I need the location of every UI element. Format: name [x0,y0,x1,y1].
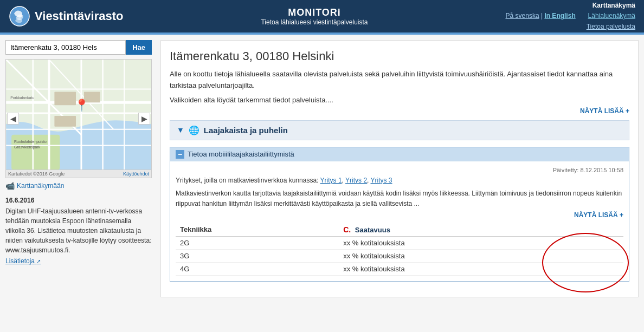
svg-rect-17 [54,116,76,127]
map-link-label: Karttanäkymään [17,182,64,190]
search-input[interactable] [5,40,126,55]
col-tekniikka-header: Tekniikka [176,223,339,237]
news-date: 16.6.2016 [5,197,152,204]
map-pin: 📍 [74,99,89,113]
cell-tech-1: 3G [176,249,339,262]
news-body: Digitan UHF-taajuusalueen antenni-tv-ver… [5,206,152,255]
map-footer-left: Kartatiedot ©2016 Google [8,171,65,177]
logo: Viestintävirasto [9,5,123,27]
info-box-companies: Yritykset, joilla on matkaviestinverkkoa… [176,177,623,184]
table-row: 3G xx % kotitalouksista [176,249,623,262]
monitor-title: MONITORi [123,7,505,18]
section-arrow-icon[interactable]: ▼ [177,126,184,134]
logo-text: Viestintävirasto [35,9,123,23]
map-view-link[interactable]: 📹 Karttanäkymään [5,181,152,190]
company1-link[interactable]: Yritys 1 [320,177,342,184]
table-row: 2G xx % kotitalouksista [176,236,623,249]
info-box-title: Tietoa mobiiililaajakaistailiittymistä [188,150,294,158]
svg-text:Gräsvikenspark: Gräsvikenspark [14,145,41,149]
search-bar: Hae [5,40,152,55]
naytalisa-top[interactable]: NÄYTÄ LISÄÄ + [170,107,629,115]
lang-switcher: På svenska | In English [506,11,576,21]
content-desc2: Valikoiden alta löydät tarkemmat tiedot … [170,96,629,104]
logo-icon [9,5,30,27]
content-area: Itämerenkatu 3, 00180 Helsinki Alle on k… [160,40,639,297]
map-nav-left[interactable]: ◀ [7,113,19,125]
section-title: Laajakaista ja puhelin [204,126,288,135]
company3-link[interactable]: Yritys 3 [371,177,392,184]
content-desc1: Alle on koottu tietoja lähialueella saat… [170,69,629,92]
news-lisatietoja-link[interactable]: Lisätietoja ↗ [5,257,152,265]
info-box-updated: Päivitetty: 8.12.2015 10:58 [176,167,623,173]
info-box-desc: Matkaviestinverkon kautta tarjottavia la… [176,188,623,209]
monitor-subtitle: Tietoa lähialueesi viestintäpalveluista [123,18,505,26]
map-background: Porkkalankatu Ruoholahdenpuisto Gräsvike… [6,60,151,178]
nav-tietoa[interactable]: Tietoa palvelusta [587,23,635,30]
header: Viestintävirasto MONITORi Tietoa lähialu… [0,0,644,32]
cell-saatavuus-0: xx % kotitalouksista [339,236,623,249]
lang-sv-link[interactable]: På svenska [506,12,539,19]
table-row: 4G xx % kotitalouksista [176,262,623,275]
info-box-body: Päivitetty: 8.12.2015 10:58 Yritykset, j… [170,161,629,281]
svg-text:Ruoholahdenpuisto: Ruoholahdenpuisto [14,140,47,144]
table-wrapper: Tekniikka C. Saatavuus 2G xx % kotitalou… [176,223,623,276]
svg-rect-15 [54,92,76,105]
svg-text:Porkkalankatu: Porkkalankatu [10,96,34,100]
col2-label: C. [343,225,351,234]
main-container: Hae [0,35,644,303]
map-nav-right[interactable]: ▶ [138,113,150,125]
cell-saatavuus-2: xx % kotitalouksista [339,262,623,275]
address-title: Itämerenkatu 3, 00180 Helsinki [170,49,629,63]
section-globe-icon: 🌐 [189,125,199,135]
map-link-icon: 📹 [5,181,15,190]
col-saatavuus-header: C. Saatavuus [339,223,623,237]
nav-lahialuenakyma[interactable]: Lähialuenäkymä [588,12,635,19]
data-table: Tekniikka C. Saatavuus 2G xx % kotitalou… [176,223,623,276]
info-box-header: − Tietoa mobiiililaajakaistailiittymistä [170,147,629,161]
lang-separator: | [541,12,543,19]
cell-tech-2: 4G [176,262,339,275]
sidebar: Hae [5,40,152,297]
header-center: MONITORi Tietoa lähialueesi viestintäpal… [123,7,505,26]
external-link-icon: ↗ [36,258,41,264]
news-section: 16.6.2016 Digitan UHF-taajuusalueen ante… [5,197,152,265]
header-nav: Karttanäkymä Lähialuenäkymä Tietoa palve… [587,1,635,32]
info-naytalisa[interactable]: NÄYTÄ LISÄÄ + [176,211,623,219]
cell-tech-0: 2G [176,236,339,249]
map-container: Porkkalankatu Ruoholahdenpuisto Gräsvike… [5,59,152,178]
cell-saatavuus-1: xx % kotitalouksista [339,249,623,262]
info-box-collapse-button[interactable]: − [176,150,184,159]
map-footer-right[interactable]: Käyttöehdot [123,171,149,177]
map-footer: Kartatiedot ©2016 Google Käyttöehdot [6,170,151,178]
company2-link[interactable]: Yritys 2 [345,177,367,184]
info-box: − Tietoa mobiiililaajakaistailiittymistä… [170,147,629,282]
section-header: ▼ 🌐 Laajakaista ja puhelin [170,120,629,140]
nav-karttanakyma[interactable]: Karttanäkymä [593,2,635,9]
search-button[interactable]: Hae [126,40,152,55]
lang-en-link[interactable]: In English [544,12,575,19]
